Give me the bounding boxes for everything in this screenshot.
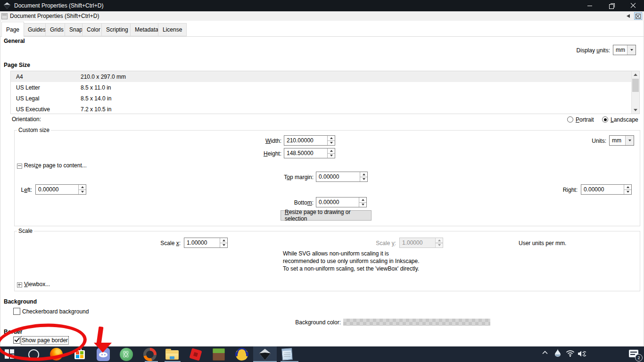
width-field[interactable]: 210.00000 xyxy=(284,135,335,146)
spin-down-icon[interactable] xyxy=(360,177,367,182)
spin-down-icon[interactable] xyxy=(359,203,366,207)
resize-to-drawing-button[interactable]: Resize page to drawing or selection xyxy=(281,210,372,221)
tray-icon-volume[interactable] xyxy=(578,350,586,357)
display-units-select[interactable]: mm xyxy=(613,45,636,55)
undock-panel-button[interactable] xyxy=(624,12,632,20)
height-spinner[interactable] xyxy=(327,148,335,158)
resize-to-content-expander[interactable]: Resize page to content... xyxy=(24,162,87,169)
page-size-row-us-letter[interactable]: US Letter 8.5 x 11.0 in xyxy=(11,82,639,93)
bottom-margin-spinner[interactable] xyxy=(359,197,366,207)
chevron-down-icon[interactable] xyxy=(625,136,634,145)
speaker-icon xyxy=(578,350,586,357)
spin-up-icon[interactable] xyxy=(220,238,227,243)
bottom-margin-input[interactable]: 0.00000 xyxy=(316,197,359,207)
portrait-radio[interactable] xyxy=(567,116,573,123)
top-margin-field[interactable]: 0.00000 xyxy=(316,172,368,182)
scale-y-label: Scale y: xyxy=(349,240,396,247)
width-input[interactable]: 210.00000 xyxy=(284,136,327,145)
expand-icon[interactable] xyxy=(17,282,22,288)
scale-x-field[interactable]: 1.00000 xyxy=(184,238,228,248)
close-panel-button[interactable] xyxy=(634,12,642,20)
viewbox-expander[interactable]: Viewbox... xyxy=(24,281,50,288)
spin-down-icon[interactable] xyxy=(624,190,631,195)
top-margin-spinner[interactable] xyxy=(360,172,367,181)
page-size-row-us-executive[interactable]: US Executive 7.2 x 10.5 in xyxy=(11,104,639,115)
portrait-label[interactable]: Portrait xyxy=(576,116,594,123)
taskbar-icon-minecraft[interactable] xyxy=(213,348,225,361)
scroll-down-icon[interactable] xyxy=(632,107,639,114)
right-margin-field[interactable]: 0.00000 xyxy=(581,184,632,195)
headphones-icon xyxy=(236,348,248,361)
taskbar-icon-green-app[interactable] xyxy=(120,348,133,361)
taskbar-icon-roblox[interactable] xyxy=(190,349,201,360)
tab-scripting[interactable]: Scripting xyxy=(101,23,133,36)
height-input[interactable]: 148.50000 xyxy=(284,148,327,158)
scrollbar-thumb[interactable] xyxy=(632,79,639,92)
checkerboard-label[interactable]: Checkerboard background xyxy=(22,308,89,315)
minimize-button[interactable] xyxy=(579,0,601,11)
chevron-up-icon xyxy=(542,351,548,354)
units-select[interactable]: mm xyxy=(609,135,634,146)
screen: Document Properties (Shift+Ctrl+D) Docum… xyxy=(0,0,644,362)
minecraft-icon xyxy=(213,348,225,361)
height-field[interactable]: 148.50000 xyxy=(284,148,335,158)
right-margin-label: Right: xyxy=(530,187,578,193)
page-size-row-a4[interactable]: A4 210.0 x 297.0 mm xyxy=(11,71,639,82)
display-units-value: mm xyxy=(613,45,627,55)
width-spinner[interactable] xyxy=(327,136,335,145)
taskbar-icon-inkscape[interactable] xyxy=(259,348,271,361)
taskbar-icon-headphones-app[interactable] xyxy=(236,348,248,361)
spin-down-icon[interactable] xyxy=(328,141,335,146)
top-margin-input[interactable]: 0.00000 xyxy=(316,172,360,181)
display-units-label: Display units: xyxy=(516,47,610,54)
spin-up-icon[interactable] xyxy=(328,136,335,141)
taskbar-icon-file-explorer[interactable] xyxy=(165,348,179,360)
spin-up-icon[interactable] xyxy=(328,148,335,154)
scale-y-field: 1.00000 xyxy=(399,238,443,248)
page-size-row-us-legal[interactable]: US Legal 8.5 x 14.0 in xyxy=(11,93,639,104)
scale-x-input[interactable]: 1.00000 xyxy=(184,238,220,247)
tray-expand-button[interactable] xyxy=(542,351,548,354)
panel-title: Document Properties (Shift+Ctrl+D) xyxy=(10,13,99,19)
tab-license[interactable]: License xyxy=(158,23,187,36)
scale-y-input: 1.00000 xyxy=(400,238,435,247)
spin-up-icon[interactable] xyxy=(79,185,86,190)
left-margin-spinner[interactable] xyxy=(78,185,86,194)
background-color-swatch[interactable] xyxy=(343,319,490,326)
roblox-icon xyxy=(189,348,202,361)
checkerboard-checkbox[interactable] xyxy=(13,308,20,315)
page-size-scrollbar[interactable] xyxy=(631,71,639,114)
tray-icon-droplet[interactable] xyxy=(554,349,561,357)
spin-up-icon[interactable] xyxy=(360,172,367,177)
scale-x-spinner[interactable] xyxy=(220,238,227,247)
spin-down-icon[interactable] xyxy=(79,190,86,195)
taskbar-icon-dark-red-app[interactable] xyxy=(143,348,157,361)
right-margin-input[interactable]: 0.00000 xyxy=(581,185,624,194)
general-heading: General xyxy=(4,38,25,44)
spin-up-icon[interactable] xyxy=(624,185,631,190)
collapse-icon[interactable] xyxy=(17,164,22,169)
scaling-note: While SVG allows non-uniform scaling it … xyxy=(283,250,424,272)
scroll-up-icon[interactable] xyxy=(632,71,639,78)
taskbar-icon-notepad[interactable] xyxy=(282,348,292,360)
left-margin-field[interactable]: 0.00000 xyxy=(35,184,86,195)
restore-button[interactable] xyxy=(601,0,622,11)
folder-icon xyxy=(165,350,179,360)
spin-down-icon[interactable] xyxy=(220,243,227,248)
panel-icon xyxy=(1,13,8,19)
annotation-arrow-head xyxy=(94,343,112,353)
panel-titlebar: Document Properties (Shift+Ctrl+D) xyxy=(0,11,644,21)
undock-icon xyxy=(627,14,630,18)
tab-page[interactable]: Page xyxy=(1,22,24,37)
left-margin-input[interactable]: 0.00000 xyxy=(36,185,78,194)
landscape-radio[interactable] xyxy=(602,116,608,123)
close-button[interactable] xyxy=(622,0,644,11)
spin-up-icon[interactable] xyxy=(359,197,366,203)
chevron-down-icon[interactable] xyxy=(627,45,636,55)
notification-badge: 2 xyxy=(635,354,643,362)
spin-down-icon[interactable] xyxy=(328,154,335,158)
landscape-label[interactable]: Landscape xyxy=(611,116,638,123)
bottom-margin-field[interactable]: 0.00000 xyxy=(316,197,367,207)
right-margin-spinner[interactable] xyxy=(624,185,631,194)
tray-icon-wifi[interactable] xyxy=(566,350,575,357)
